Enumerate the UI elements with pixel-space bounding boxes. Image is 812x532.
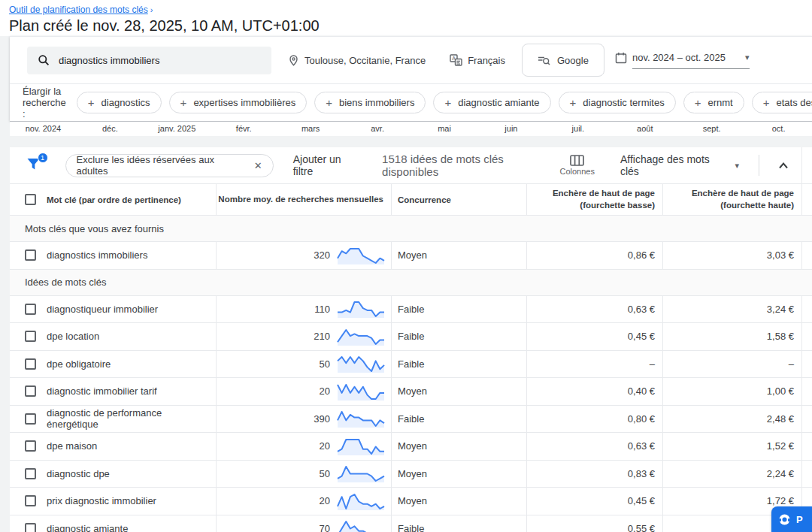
- chevron-up-icon: [777, 161, 789, 171]
- table-row: diagnostic dpe50Moyen0,83 €2,24 €: [10, 461, 812, 488]
- volume-cell: 50: [216, 351, 391, 378]
- month-label: juil.: [544, 122, 611, 136]
- row-checkbox[interactable]: [25, 331, 36, 342]
- network-selector[interactable]: Google: [522, 44, 604, 77]
- competition-cell: Moyen: [391, 461, 526, 488]
- chat-assistant-button[interactable]: P: [771, 506, 812, 532]
- top-bar: Outil de planification des mots clés› Pl…: [0, 0, 812, 36]
- chevron-down-icon: ▾: [745, 53, 750, 62]
- bid-low-cell: 0,55 €: [526, 515, 662, 532]
- month-label: janv. 2025: [144, 122, 211, 136]
- broaden-chip[interactable]: +expertises immobilières: [169, 92, 308, 113]
- header-bid-low[interactable]: Enchère de haut de page(fourchette basse…: [526, 184, 662, 215]
- bid-high-cell: 1,00 €: [662, 378, 801, 405]
- row-checkbox[interactable]: [25, 440, 36, 452]
- broaden-chip[interactable]: +diagnostic amiante: [433, 92, 550, 113]
- volume-cell: 70: [216, 515, 391, 532]
- filters-button[interactable]: 1: [26, 158, 43, 173]
- add-filter-button[interactable]: Ajouter un filtre: [293, 153, 362, 177]
- plus-icon: +: [88, 96, 95, 109]
- month-label: mai: [411, 122, 478, 136]
- page-title: Plan créé le nov. 28, 2025, 10 AM, UTC+0…: [9, 17, 812, 35]
- keyword-view-dropdown[interactable]: Affichage des mots clés ▾: [620, 153, 739, 177]
- trend-sparkline: [336, 246, 386, 265]
- broaden-chip-label: ernmt: [707, 97, 732, 108]
- competition-cell: Faible: [391, 351, 526, 378]
- table-row: diagnostiqueur immobilier110Faible0,63 €…: [10, 296, 812, 324]
- calendar-icon: [615, 52, 627, 64]
- broaden-chip[interactable]: +biens immobiliers: [314, 92, 426, 113]
- table-row: diagnostic de performance énergétique390…: [10, 406, 812, 434]
- columns-label: Colonnes: [559, 167, 594, 176]
- language-value: Français: [468, 55, 505, 66]
- close-icon[interactable]: ✕: [254, 160, 262, 171]
- month-label: févr.: [211, 122, 277, 136]
- bid-high-cell: 1,58 €: [662, 323, 801, 350]
- row-checkbox[interactable]: [25, 523, 36, 532]
- volume-cell: 20: [216, 433, 391, 460]
- trend-sparkline: [336, 409, 386, 428]
- volume-value: 20: [320, 440, 330, 452]
- volume-cell: 50: [216, 461, 391, 488]
- columns-icon: [570, 155, 584, 166]
- bid-low-cell: 0,86 €: [526, 242, 662, 269]
- competition-cell: Moyen: [391, 488, 526, 515]
- header-volume[interactable]: Nombre moy. de recherches mensuelles: [216, 184, 391, 215]
- keyword-cell: diagnostic de performance énergétique: [45, 406, 216, 433]
- month-label: août: [611, 122, 678, 136]
- row-checkbox[interactable]: [25, 413, 36, 425]
- broaden-chip-label: diagnostics: [102, 97, 150, 108]
- competition-cell: Faible: [391, 406, 526, 433]
- date-range-selector[interactable]: nov. 2024 – oct. 2025 ▾: [615, 52, 750, 69]
- broaden-chip[interactable]: +ernmt: [683, 92, 744, 113]
- search-network-icon: [538, 55, 550, 66]
- table-row: prix diagnostic immobilier20Moyen0,45 €1…: [10, 488, 812, 515]
- bid-high-cell: 3,03 €: [662, 242, 801, 269]
- row-checkbox[interactable]: [25, 249, 36, 261]
- header-bid-high[interactable]: Enchère de haut de page(fourchette haute…: [662, 184, 801, 215]
- filter-count-badge: 1: [38, 153, 48, 163]
- collapse-panel-button[interactable]: [777, 161, 789, 171]
- broaden-chip[interactable]: +diagnostics: [77, 92, 162, 113]
- select-all-checkbox[interactable]: [25, 194, 36, 205]
- table-body: Mots clés que vous avez fournisdiagnosti…: [10, 216, 812, 532]
- filter-chip-label: Exclure les idées réservées aux adultes: [77, 154, 245, 177]
- bid-high-cell: –: [662, 351, 801, 378]
- table-row: dpe obligatoire50Faible––: [10, 351, 812, 379]
- row-checkbox[interactable]: [25, 468, 36, 479]
- volume-value: 20: [320, 385, 330, 397]
- plus-icon: +: [763, 96, 770, 109]
- broaden-chips: +diagnostics+expertises immobilières+bie…: [77, 92, 812, 113]
- header-keyword[interactable]: Mot clé (par ordre de pertinence): [45, 184, 216, 215]
- broaden-chip[interactable]: +diagnostic termites: [559, 92, 676, 113]
- broaden-chip-label: biens immobiliers: [339, 97, 414, 108]
- broaden-chip[interactable]: +etats des lieux: [752, 92, 812, 113]
- broaden-chip-label: diagnostic termites: [583, 97, 664, 108]
- volume-value: 20: [320, 495, 330, 506]
- trend-sparkline: [336, 491, 386, 511]
- volume-cell: 20: [216, 378, 391, 405]
- columns-button[interactable]: Colonnes: [559, 155, 594, 176]
- keyword-search-input[interactable]: diagnostics immobiliers: [27, 47, 271, 74]
- header-competition[interactable]: Concurrence: [391, 184, 526, 215]
- table-header-row: Mot clé (par ordre de pertinence) Nombre…: [10, 184, 812, 216]
- volume-cell: 320: [216, 242, 391, 269]
- month-label: avr.: [344, 122, 411, 136]
- language-selector[interactable]: A Français: [450, 54, 505, 66]
- trend-sparkline: [336, 464, 386, 483]
- results-card: 1 Exclure les idées réservées aux adulte…: [10, 147, 812, 532]
- bid-high-cell: 2,48 €: [662, 406, 801, 433]
- volume-value: 70: [320, 523, 330, 532]
- active-filter-chip[interactable]: Exclure les idées réservées aux adultes …: [65, 154, 274, 177]
- row-checkbox[interactable]: [25, 385, 36, 397]
- competition-cell: Moyen: [391, 433, 526, 460]
- row-checkbox[interactable]: [25, 495, 36, 506]
- row-checkbox[interactable]: [25, 304, 36, 315]
- search-icon: [38, 54, 50, 66]
- location-selector[interactable]: Toulouse, Occitanie, France: [288, 54, 426, 67]
- bid-low-cell: 0,63 €: [526, 296, 662, 323]
- volume-value: 50: [320, 468, 330, 479]
- breadcrumb-link[interactable]: Outil de planification des mots clés: [9, 5, 148, 15]
- row-checkbox[interactable]: [25, 358, 36, 370]
- location-pin-icon: [288, 54, 299, 67]
